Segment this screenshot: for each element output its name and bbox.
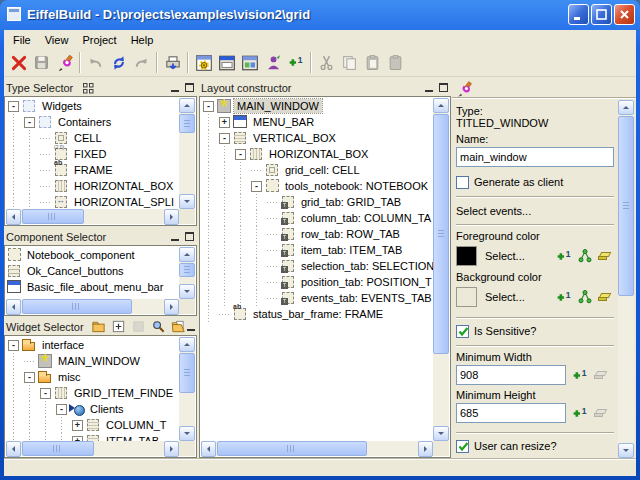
title-bar[interactable]: EiffelBuild - D:\projects\examples\visio… — [0, 0, 640, 30]
tree-row[interactable]: -Containers — [6, 114, 179, 130]
tree-row[interactable]: -Widgets — [6, 98, 179, 114]
scroll-left-button[interactable] — [6, 441, 21, 457]
tree-row[interactable]: -tools_notebook: NOTEBOOK — [201, 178, 433, 194]
scroll-down-button[interactable] — [179, 426, 195, 441]
collapse-icon[interactable]: - — [24, 372, 35, 383]
tree-row[interactable]: Notebook_component — [6, 247, 179, 263]
add-one-icon[interactable]: 1 — [571, 367, 588, 384]
collapse-icon[interactable]: - — [203, 101, 214, 112]
add-one-icon[interactable]: 1 — [284, 51, 307, 74]
scrollbar-thumb[interactable] — [618, 116, 634, 296]
tree-row[interactable]: -HORIZONTAL_BOX — [201, 146, 433, 162]
vertical-scrollbar[interactable] — [618, 100, 634, 458]
tree-row[interactable]: CELL — [6, 130, 179, 146]
scrollbar-thumb[interactable] — [179, 263, 195, 277]
scrollbar-thumb[interactable] — [217, 441, 367, 456]
close-button[interactable] — [614, 4, 635, 25]
generate-code-icon[interactable] — [161, 51, 184, 74]
scroll-up-button[interactable] — [179, 337, 195, 352]
scroll-down-button[interactable] — [179, 194, 195, 209]
grid-icon[interactable] — [79, 79, 96, 96]
scroll-right-button[interactable] — [164, 209, 179, 225]
select-events-button[interactable]: Select events... — [456, 205, 614, 217]
collapse-icon[interactable]: - — [251, 181, 262, 192]
scroll-down-button[interactable] — [618, 443, 634, 458]
search-icon[interactable] — [150, 318, 167, 335]
scrollbar-thumb[interactable] — [22, 441, 94, 456]
tree-row[interactable]: +ITEM_TAB — [6, 433, 179, 441]
scrollbar-thumb[interactable] — [22, 299, 132, 314]
settings-window-icon[interactable] — [192, 51, 215, 74]
is-sensitive-checkbox[interactable] — [456, 325, 469, 338]
tree-row[interactable]: Ok_Cancel_buttons — [6, 263, 179, 279]
tree-row[interactable]: item_tab: ITEM_TAB — [201, 242, 433, 258]
maximize-button[interactable] — [591, 4, 612, 25]
minimize-button[interactable] — [568, 4, 589, 25]
background-color-swatch[interactable] — [456, 287, 477, 307]
folder-icon[interactable] — [90, 318, 107, 335]
panel-maximize-icon[interactable] — [439, 83, 448, 92]
name-input[interactable] — [456, 147, 614, 167]
horizontal-scrollbar[interactable] — [6, 441, 179, 456]
reset-icon[interactable] — [597, 248, 614, 265]
window-preview-icon[interactable] — [215, 51, 238, 74]
inherit-color-icon[interactable] — [576, 248, 593, 265]
menu-file[interactable]: File — [6, 32, 38, 48]
scroll-up-button[interactable] — [179, 98, 195, 113]
expand-icon[interactable]: + — [72, 420, 83, 431]
collapse-icon[interactable]: - — [8, 101, 19, 112]
vertical-scrollbar[interactable] — [433, 98, 449, 441]
tree-row[interactable]: grid_cell: CELL — [201, 162, 433, 178]
tree-row[interactable]: -misc — [6, 369, 179, 385]
tree-row[interactable]: selection_tab: SELECTION — [201, 258, 433, 274]
tree-row[interactable]: -GRID_ITEM_FINDE — [6, 385, 179, 401]
panel-maximize-icon[interactable] — [185, 83, 194, 92]
vertical-scrollbar[interactable] — [179, 337, 195, 441]
collapse-icon[interactable]: - — [40, 388, 51, 399]
horizontal-scrollbar[interactable] — [6, 209, 179, 224]
tree-row[interactable]: Basic_file_about_menu_bar — [6, 279, 179, 295]
tree-row[interactable]: +MENU_BAR — [201, 114, 433, 130]
scroll-up-button[interactable] — [618, 100, 634, 115]
refresh-icon[interactable] — [107, 51, 130, 74]
tree-row[interactable]: MAIN_WINDOW — [6, 353, 179, 369]
scrollbar-thumb[interactable] — [179, 353, 195, 393]
expand-icon[interactable]: + — [219, 117, 230, 128]
vertical-scrollbar[interactable] — [179, 247, 195, 299]
tree-row[interactable]: FRAME — [6, 162, 179, 178]
inherit-color-icon[interactable] — [576, 289, 593, 306]
foreground-select-button[interactable]: Select... — [481, 250, 551, 262]
scrollbar-thumb[interactable] — [179, 114, 195, 133]
scroll-up-button[interactable] — [179, 247, 195, 262]
tree-row[interactable]: FIXED — [6, 146, 179, 162]
tree-row[interactable]: -interface — [6, 337, 179, 353]
scroll-down-button[interactable] — [433, 426, 449, 441]
horizontal-scrollbar[interactable] — [201, 441, 433, 456]
add-one-icon[interactable]: 1 — [571, 405, 588, 422]
tree-row[interactable]: -VERTICAL_BOX — [201, 130, 433, 146]
build-icon[interactable] — [53, 51, 76, 74]
window-picture-icon[interactable] — [238, 51, 261, 74]
reset-icon[interactable] — [597, 289, 614, 306]
scroll-up-button[interactable] — [433, 98, 449, 113]
panel-minimize-icon[interactable] — [171, 90, 179, 92]
foreground-color-swatch[interactable] — [456, 246, 477, 266]
collapse-icon[interactable]: - — [56, 404, 67, 415]
collapse-icon[interactable]: - — [235, 149, 246, 160]
scroll-left-button[interactable] — [6, 209, 21, 225]
scrollbar-thumb[interactable] — [433, 114, 449, 354]
scroll-right-button[interactable] — [418, 441, 433, 457]
tree-row[interactable]: HORIZONTAL_SPLI — [6, 194, 179, 209]
generate-as-client-checkbox[interactable] — [456, 176, 469, 189]
panel-minimize-icon[interactable] — [425, 90, 433, 92]
tree-row[interactable]: HORIZONTAL_BOX — [6, 178, 179, 194]
minimum-width-input[interactable] — [456, 365, 566, 385]
tree-row[interactable]: column_tab: COLUMN_TA — [201, 210, 433, 226]
panel-minimize-icon[interactable] — [171, 239, 179, 241]
horizontal-scrollbar[interactable] — [6, 299, 179, 314]
tree-row[interactable]: status_bar_frame: FRAME — [201, 306, 433, 322]
add-one-icon[interactable]: 1 — [555, 248, 572, 265]
expand-all-icon[interactable] — [110, 318, 127, 335]
tree-row[interactable]: +COLUMN_T — [6, 417, 179, 433]
delete-icon[interactable] — [7, 51, 30, 74]
